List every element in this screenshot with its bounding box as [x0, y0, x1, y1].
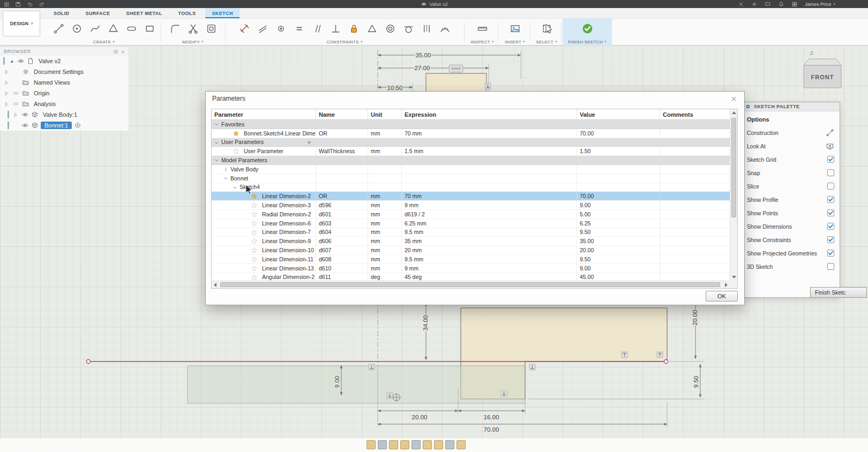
circle-tool-button[interactable]: [68, 20, 85, 37]
expander-expanded-icon[interactable]: [8, 58, 15, 65]
finish-sketch-tool-button[interactable]: [579, 20, 596, 37]
expander-collapsed-icon[interactable]: [12, 111, 19, 118]
dimension-label-right-lower[interactable]: 9.50: [693, 376, 699, 388]
column-header-expression[interactable]: Expression: [401, 109, 577, 120]
toolbar-menu-constraints[interactable]: CONSTRAINTS▾: [227, 40, 462, 44]
star-outline-icon[interactable]: [251, 265, 258, 272]
browser-item-bonnet-1[interactable]: Bonnet:1: [0, 120, 129, 131]
eye-off-icon[interactable]: [12, 89, 20, 97]
workspace-selector[interactable]: DESIGN ▾: [3, 11, 40, 36]
collinear-tool-button[interactable]: [254, 20, 271, 37]
toolbar-menu-finish-sketch[interactable]: FINISH SKETCH▾: [563, 40, 612, 44]
dimension-label-left-height[interactable]: 34.00: [422, 315, 429, 331]
coincident-tool-button[interactable]: [272, 20, 289, 37]
browser-options-icon[interactable]: ⊖: [114, 49, 118, 55]
browser-item-valve-v2[interactable]: Valve v2: [0, 56, 129, 66]
close-icon[interactable]: [730, 95, 738, 103]
dimension-label-mid-height[interactable]: 9.00: [334, 376, 340, 388]
scroll-up-icon[interactable]: [732, 111, 736, 114]
timeline-sketch-icon[interactable]: [423, 440, 432, 449]
dimension-label-top-offset[interactable]: 10.50: [387, 85, 403, 91]
chevron-expanded-icon[interactable]: [214, 140, 220, 146]
midpoint-tool-button[interactable]: [363, 20, 380, 37]
ok-button[interactable]: OK: [706, 291, 738, 302]
scroll-down-icon[interactable]: [732, 276, 736, 278]
toolbar-menu-insert[interactable]: INSERT▾: [499, 40, 530, 44]
browser-item-origin[interactable]: Origin: [0, 88, 129, 99]
param-row-radial-dimension-2[interactable]: Radial Dimension-2d601mmd619 / 25.00: [212, 210, 730, 219]
chevron-expanded-icon[interactable]: [232, 185, 238, 191]
tab-tools[interactable]: TOOLS: [172, 8, 203, 18]
timeline-sketch-icon[interactable]: [434, 440, 443, 449]
tab-surface[interactable]: SURFACE: [79, 8, 117, 18]
viewcube[interactable]: Z FRONT: [799, 49, 845, 92]
trim-tool-button[interactable]: [184, 20, 201, 37]
param-row-user-parameter[interactable]: User ParameterWallThicknessmm1.5 mm1.50: [212, 147, 730, 156]
close-icon[interactable]: [738, 1, 744, 7]
curvature-tool-button[interactable]: [436, 20, 453, 37]
star-outline-icon[interactable]: [251, 238, 258, 245]
user-menu[interactable]: James Price ▾: [805, 2, 835, 7]
toolbar-menu-select[interactable]: SELECT▾: [532, 40, 562, 44]
symmetry-tool-button[interactable]: [418, 20, 435, 37]
eye-icon[interactable]: [21, 111, 29, 118]
timeline-feature-icon[interactable]: [378, 440, 387, 449]
tangent-tool-button[interactable]: [400, 20, 417, 37]
param-row-linear-dimension-13[interactable]: Linear Dimension-13d610mm9 mm9.00: [212, 264, 730, 273]
offset-tool-button[interactable]: [203, 20, 220, 37]
chevron-expanded-icon[interactable]: [214, 122, 220, 127]
timeline-sketch-icon[interactable]: [400, 440, 409, 449]
param-row-linear-dimension-11[interactable]: Linear Dimension-11d608mm9.5 mm9.50: [212, 255, 730, 264]
expander-collapsed-icon[interactable]: [12, 122, 19, 129]
param-tree-bonnet[interactable]: Bonnet: [212, 174, 730, 183]
tab-sheet-metal[interactable]: SHEET METAL: [119, 8, 168, 18]
expander-collapsed-icon[interactable]: [3, 90, 10, 97]
param-row-linear-dimension-2[interactable]: Linear Dimension-2ORmm70 mm70.00: [212, 192, 730, 201]
add-user-parameter-button[interactable]: [306, 139, 312, 146]
tab-sketch[interactable]: SKETCH: [205, 8, 239, 18]
browser-collapse-icon[interactable]: »: [122, 49, 125, 55]
dimension-label-bottom-left[interactable]: 20.00: [412, 414, 428, 420]
param-group-favorites[interactable]: Favorites: [212, 120, 730, 129]
undo-icon[interactable]: [27, 1, 33, 7]
param-row-linear-dimension-10[interactable]: Linear Dimension-10d607mm20 mm20.00: [212, 246, 730, 255]
browser-item-document-settings[interactable]: Document Settings: [0, 66, 129, 77]
checkbox-show-profile[interactable]: [827, 196, 834, 203]
param-row-linear-dimension-3[interactable]: Linear Dimension-3d596mm9 mm9.00: [212, 201, 730, 210]
star-outline-icon[interactable]: [251, 211, 258, 218]
checkbox-sketch-grid[interactable]: [827, 156, 834, 163]
chevron-collapsed-icon[interactable]: [223, 167, 229, 172]
checkbox-3d-sketch[interactable]: [827, 263, 834, 270]
chat-icon[interactable]: [765, 1, 771, 7]
horizontal-scrollbar[interactable]: [212, 281, 730, 288]
horizontal-scroll-thumb[interactable]: [220, 282, 720, 287]
timeline-sketch-icon[interactable]: [366, 440, 376, 449]
column-header-parameter[interactable]: Parameter: [212, 109, 316, 120]
expander-collapsed-icon[interactable]: [3, 79, 10, 86]
column-header-unit[interactable]: Unit: [368, 109, 401, 120]
browser-item-valve-body-1[interactable]: Valve Body:1: [0, 109, 129, 120]
measure-tool-button[interactable]: [474, 20, 491, 37]
toolbar-menu-modify[interactable]: MODIFY▾: [162, 40, 223, 44]
eye-icon[interactable]: [21, 122, 29, 129]
checkbox-show-dimensions[interactable]: [827, 223, 834, 230]
timeline-sketch-icon[interactable]: [457, 440, 466, 449]
vertical-scroll-thumb[interactable]: [731, 118, 736, 217]
checkbox-show-projected-geometries[interactable]: [827, 250, 834, 257]
star-filled-icon[interactable]: [251, 193, 258, 200]
equal-tool-button[interactable]: [290, 20, 308, 37]
dimension-label-right-upper[interactable]: 20.00: [692, 310, 698, 326]
param-row-angular-dimension-2[interactable]: Angular Dimension-2d611deg45 deg45.00: [212, 273, 730, 281]
scroll-left-icon[interactable]: [214, 283, 216, 287]
column-header-comments[interactable]: Comments: [660, 109, 729, 120]
checkbox-show-constraints[interactable]: [827, 236, 834, 243]
slot-tool-button[interactable]: [123, 20, 140, 37]
param-row-linear-dimension-6[interactable]: Linear Dimension-6d603mm6.25 mm6.25: [212, 219, 730, 228]
star-outline-icon[interactable]: [251, 229, 258, 236]
eye-icon[interactable]: [17, 57, 25, 65]
timeline-feature-icon[interactable]: [445, 440, 454, 449]
dialog-titlebar[interactable]: Parameters: [206, 92, 744, 106]
star-outline-icon[interactable]: [251, 274, 258, 281]
eye-off-icon[interactable]: [12, 100, 20, 108]
select-tool-button[interactable]: [538, 20, 555, 37]
